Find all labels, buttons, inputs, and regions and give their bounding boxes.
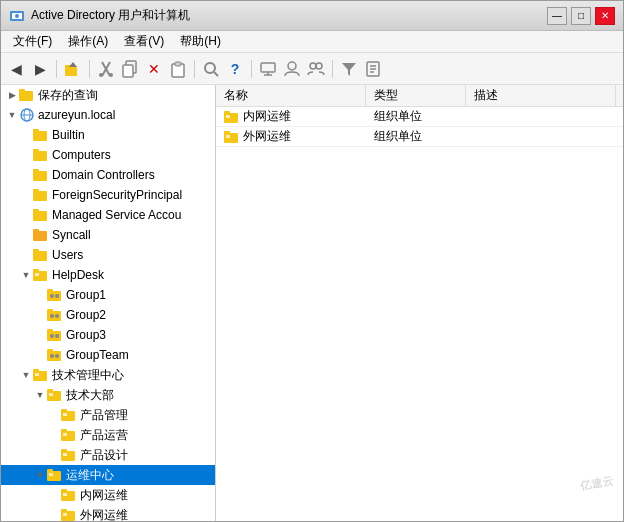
col-header-name[interactable]: 名称: [216, 85, 366, 106]
tree-item-group2[interactable]: Group2: [1, 305, 215, 325]
toolbar-separator-2: [89, 60, 90, 78]
col-header-desc[interactable]: 描述: [466, 85, 616, 106]
tree-item-group3[interactable]: Group3: [1, 325, 215, 345]
menu-view[interactable]: 查看(V): [116, 31, 172, 52]
folder-icon: [19, 107, 35, 123]
properties-button[interactable]: [362, 58, 384, 80]
tree-item-label: Builtin: [52, 128, 85, 142]
expand-icon: [47, 488, 61, 502]
tree-item-label: GroupTeam: [66, 348, 129, 362]
tree-item-group1[interactable]: Group1: [1, 285, 215, 305]
expand-icon: [19, 188, 33, 202]
filter-button[interactable]: [338, 58, 360, 80]
expand-icon: [47, 428, 61, 442]
svg-point-9: [109, 73, 113, 77]
svg-rect-66: [33, 369, 39, 373]
folder-icon: [47, 467, 63, 483]
tree-item-managed-service[interactable]: Managed Service Accou: [1, 205, 215, 225]
search-button[interactable]: [200, 58, 222, 80]
group-button[interactable]: [305, 58, 327, 80]
close-button[interactable]: ✕: [595, 7, 615, 25]
col-header-type[interactable]: 类型: [366, 85, 466, 106]
svg-rect-84: [61, 489, 67, 493]
svg-point-2: [15, 14, 19, 18]
expand-icon: [19, 208, 33, 222]
tree-item-saved-queries[interactable]: ▶保存的查询: [1, 85, 215, 105]
expand-icon: [19, 228, 33, 242]
toolbar-separator-1: [56, 60, 57, 78]
tree-item-product-mgmt[interactable]: 产品管理: [1, 405, 215, 425]
folder-icon: [33, 367, 49, 383]
svg-point-60: [55, 334, 59, 338]
tree-item-syncall[interactable]: Syncall: [1, 225, 215, 245]
tree-item-label: HelpDesk: [52, 268, 104, 282]
menu-help[interactable]: 帮助(H): [172, 31, 229, 52]
menu-action[interactable]: 操作(A): [60, 31, 116, 52]
tree-item-label: Users: [52, 248, 83, 262]
tree-item-intranet-ops[interactable]: 内网运维: [1, 485, 215, 505]
up-button[interactable]: [62, 58, 84, 80]
help-button[interactable]: ?: [224, 58, 246, 80]
folder-icon: [61, 407, 77, 423]
tree-item-product-ops[interactable]: 产品运营: [1, 425, 215, 445]
cell-name: 内网运维: [220, 108, 370, 125]
user-button[interactable]: [281, 58, 303, 80]
svg-rect-62: [47, 349, 53, 353]
tree-item-tech-dept[interactable]: ▼技术大部: [1, 385, 215, 405]
tree-item-label: 保存的查询: [38, 87, 98, 104]
tree-item-ops-center[interactable]: ▼运维中心: [1, 465, 215, 485]
toolbar: ◀ ▶ ✕ ?: [1, 53, 623, 85]
tree-item-label: Computers: [52, 148, 111, 162]
svg-point-8: [99, 73, 103, 77]
computer-button[interactable]: [257, 58, 279, 80]
back-button[interactable]: ◀: [5, 58, 27, 80]
paste-button[interactable]: [167, 58, 189, 80]
expand-icon: ▼: [33, 388, 47, 402]
expand-icon: [19, 168, 33, 182]
svg-point-19: [288, 62, 296, 70]
tree-item-domain-controllers[interactable]: Domain Controllers: [1, 165, 215, 185]
svg-point-55: [50, 314, 54, 318]
tree-item-helpdesk[interactable]: ▼HelpDesk: [1, 265, 215, 285]
maximize-button[interactable]: □: [571, 7, 591, 25]
svg-rect-79: [63, 453, 67, 456]
tree-item-extranet-ops[interactable]: 外网运维: [1, 505, 215, 521]
tree-item-computers[interactable]: Computers: [1, 145, 215, 165]
minimize-button[interactable]: —: [547, 7, 567, 25]
delete-button[interactable]: ✕: [143, 58, 165, 80]
svg-rect-87: [61, 509, 67, 513]
tree-item-foreign-security[interactable]: ForeignSecurityPrincipal: [1, 185, 215, 205]
tree-item-product-design[interactable]: 产品设计: [1, 445, 215, 465]
expand-icon: ▼: [19, 268, 33, 282]
tree-item-groupteam[interactable]: GroupTeam: [1, 345, 215, 365]
menu-file[interactable]: 文件(F): [5, 31, 60, 52]
expand-icon: [47, 448, 61, 462]
forward-button[interactable]: ▶: [29, 58, 51, 80]
svg-point-56: [55, 314, 59, 318]
svg-rect-45: [33, 249, 39, 253]
svg-rect-85: [63, 493, 67, 496]
tree-item-azureyun-local[interactable]: ▼azureyun.local: [1, 105, 215, 125]
svg-rect-91: [226, 115, 230, 118]
cut-button[interactable]: [95, 58, 117, 80]
svg-rect-11: [123, 65, 133, 77]
tree-item-users[interactable]: Users: [1, 245, 215, 265]
tree-item-label: 产品运营: [80, 427, 128, 444]
tree-item-tech-center[interactable]: ▼技术管理中心: [1, 365, 215, 385]
table-row[interactable]: 外网运维组织单位: [216, 127, 623, 147]
folder-icon: [61, 487, 77, 503]
menu-bar: 文件(F) 操作(A) 查看(V) 帮助(H): [1, 31, 623, 53]
table-row[interactable]: 内网运维组织单位: [216, 107, 623, 127]
copy-button[interactable]: [119, 58, 141, 80]
svg-rect-48: [35, 273, 39, 276]
toolbar-separator-5: [332, 60, 333, 78]
tree-item-label: Group3: [66, 328, 106, 342]
expand-icon: [47, 508, 61, 521]
window-icon: [9, 8, 25, 24]
tree-panel[interactable]: ▶保存的查询▼azureyun.localBuiltinComputersDom…: [1, 85, 216, 521]
tree-item-builtin[interactable]: Builtin: [1, 125, 215, 145]
svg-point-21: [316, 63, 322, 69]
svg-rect-82: [49, 473, 53, 476]
svg-rect-67: [35, 373, 39, 376]
window-title: Active Directory 用户和计算机: [31, 7, 547, 24]
